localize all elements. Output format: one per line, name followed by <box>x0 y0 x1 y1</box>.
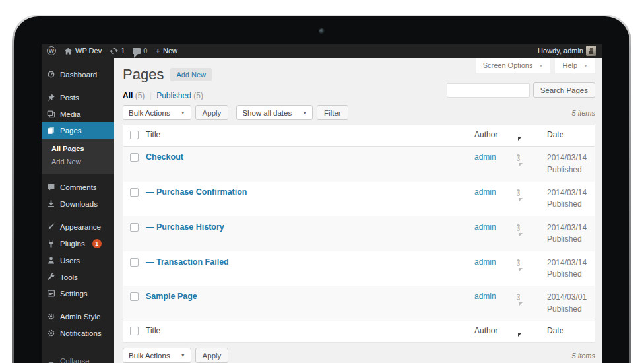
comment-count-bubble[interactable]: 0 <box>517 224 520 231</box>
chevron-down-icon: ▼ <box>583 63 588 68</box>
sidebar-item-dashboard[interactable]: Dashboard <box>42 66 114 82</box>
row-checkbox[interactable] <box>130 258 139 267</box>
chevron-down-icon: ▼ <box>181 353 185 358</box>
settings-icon <box>47 289 55 298</box>
gear-icon <box>47 329 55 337</box>
row-checkbox[interactable] <box>130 292 139 301</box>
search-pages-button[interactable]: Search Pages <box>533 82 595 98</box>
bulk-actions-select-bottom[interactable]: Bulk Actions ▼ <box>123 348 191 363</box>
select-all-checkbox[interactable] <box>130 131 139 139</box>
search-input[interactable] <box>447 83 530 98</box>
page-title-link[interactable]: — Purchase History <box>146 222 224 232</box>
my-account-link[interactable]: Howdy, admin <box>538 46 596 56</box>
column-footer-date[interactable]: Date <box>547 321 595 340</box>
row-checkbox[interactable] <box>130 153 139 162</box>
sidebar-item-appearance[interactable]: Appearance <box>42 218 114 235</box>
pages-table: Title Author Date Checkout admin 0 2014 <box>123 125 595 343</box>
comment-count-bubble[interactable]: 0 <box>517 189 520 196</box>
page-status: Published <box>547 269 589 280</box>
apply-button[interactable]: Apply <box>195 105 229 120</box>
sidebar-item-users[interactable]: Users <box>42 252 114 269</box>
help-tab[interactable]: Help ▼ <box>555 58 595 73</box>
screen-options-label: Screen Options <box>483 61 533 69</box>
row-checkbox[interactable] <box>130 223 139 232</box>
help-label: Help <box>562 61 577 69</box>
author-link[interactable]: admin <box>474 292 496 301</box>
table-footer-row: Title Author Date <box>123 321 595 342</box>
comments-link[interactable]: 0 <box>133 47 147 55</box>
sidebar-item-plugins[interactable]: Plugins 1 <box>42 235 114 252</box>
comment-count-bubble[interactable]: 0 <box>517 294 520 300</box>
view-all-count: (5) <box>135 91 145 100</box>
bulk-actions-select[interactable]: Bulk Actions ▼ <box>123 105 191 120</box>
table-row: Sample Page admin 0 2014/03/01 Published <box>123 286 595 321</box>
page-title-link[interactable]: — Purchase Confirmation <box>146 187 247 197</box>
sidebar-item-settings[interactable]: Settings <box>42 285 114 302</box>
download-icon <box>47 199 55 208</box>
wordpress-logo-icon[interactable]: W <box>47 46 56 55</box>
avatar <box>586 46 596 56</box>
site-name-link[interactable]: WP Dev <box>64 47 102 55</box>
view-published-link[interactable]: Published <box>156 91 191 100</box>
sidebar-item-label: Media <box>60 110 80 118</box>
author-link[interactable]: admin <box>474 257 496 267</box>
author-link[interactable]: admin <box>474 152 496 162</box>
column-footer-author[interactable]: Author <box>474 321 517 340</box>
sidebar-item-posts[interactable]: Posts <box>42 89 114 106</box>
comment-count-bubble[interactable]: 0 <box>517 154 520 161</box>
updates-link[interactable]: 1 <box>110 47 125 55</box>
row-checkbox[interactable] <box>130 188 139 197</box>
sidebar-item-pages[interactable]: Pages <box>42 122 114 139</box>
items-count: 5 items <box>572 352 595 360</box>
sidebar-item-notifications[interactable]: Notifications <box>42 325 114 341</box>
sidebar-item-label: Admin Style <box>60 313 100 321</box>
sidebar-item-label: Posts <box>60 94 79 102</box>
page-title-link[interactable]: Checkout <box>146 152 183 162</box>
author-link[interactable]: admin <box>474 187 496 197</box>
sidebar-item-admin-style[interactable]: Admin Style <box>42 308 114 325</box>
home-icon <box>64 47 73 55</box>
table-header-row: Title Author Date <box>123 125 595 147</box>
column-header-title[interactable]: Title <box>146 125 474 144</box>
sidebar-item-media[interactable]: Media <box>42 106 114 122</box>
dates-filter-select[interactable]: Show all dates ▼ <box>236 105 313 120</box>
page-title-link[interactable]: Sample Page <box>146 292 197 301</box>
pages-icon <box>47 126 55 135</box>
view-all-link[interactable]: All <box>123 91 133 100</box>
sidebar-item-comments[interactable]: Comments <box>42 179 114 195</box>
laptop-bezel: W WP Dev 1 0 + <box>14 16 629 363</box>
comments-icon <box>47 183 55 191</box>
new-content-link[interactable]: + New <box>155 47 177 55</box>
submenu-add-new[interactable]: Add New <box>42 155 114 168</box>
filter-button[interactable]: Filter <box>317 105 348 120</box>
sidebar-item-label: Comments <box>60 183 97 191</box>
collapse-arrow-icon <box>47 361 55 363</box>
page-title-link[interactable]: — Transaction Failed <box>146 257 229 267</box>
author-link[interactable]: admin <box>474 222 496 232</box>
apply-button-bottom[interactable]: Apply <box>195 348 229 363</box>
collapse-menu-label: Collapse menu <box>60 357 109 363</box>
add-new-button[interactable]: Add New <box>170 68 212 81</box>
menu-separator <box>42 212 114 218</box>
select-all-checkbox[interactable] <box>130 327 139 335</box>
comment-count-bubble[interactable]: 0 <box>517 259 520 266</box>
sidebar-item-tools[interactable]: Tools <box>42 269 114 285</box>
chevron-down-icon: ▼ <box>302 110 307 115</box>
sidebar-item-label: Users <box>60 257 80 265</box>
column-header-author[interactable]: Author <box>474 125 517 144</box>
page-status: Published <box>547 234 589 245</box>
update-count: 1 <box>121 47 125 55</box>
laptop-frame: W WP Dev 1 0 + <box>12 15 631 363</box>
sidebar-item-downloads[interactable]: Downloads <box>42 195 114 212</box>
sidebar-item-label: Pages <box>60 127 82 135</box>
screen: W WP Dev 1 0 + <box>42 44 602 363</box>
collapse-menu-button[interactable]: Collapse menu <box>42 353 114 363</box>
submenu-all-pages[interactable]: All Pages <box>42 142 114 155</box>
page-status: Published <box>547 199 589 210</box>
page-date: 2014/03/01 <box>547 292 589 303</box>
column-header-date[interactable]: Date <box>547 125 595 144</box>
screen-options-tab[interactable]: Screen Options ▼ <box>476 58 551 73</box>
column-footer-title[interactable]: Title <box>146 321 474 340</box>
bulk-actions-label: Bulk Actions <box>129 109 170 117</box>
chevron-down-icon: ▼ <box>539 63 544 68</box>
